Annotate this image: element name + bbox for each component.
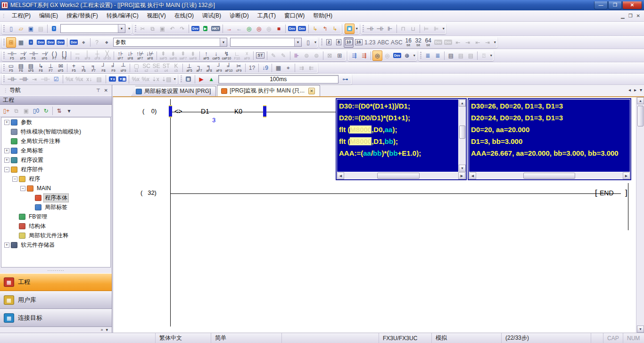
pulse-falling-button[interactable]: ↓⊦sF8: [125, 50, 135, 61]
find-value-combobox[interactable]: ▼: [230, 38, 302, 47]
nav-more-icon[interactable]: ▾: [106, 327, 108, 332]
align-up-button[interactable]: ≣: [433, 50, 443, 61]
note-edit-button[interactable]: ▤sF6: [26, 63, 36, 73]
tree-item-程序[interactable]: −程序: [1, 174, 110, 184]
combo-dropdown-arrow-icon[interactable]: ▼: [294, 38, 301, 46]
tree-expander-icon[interactable]: +: [4, 148, 9, 153]
fb-list-button[interactable]: ☑: [51, 74, 61, 84]
zoom-button[interactable]: ⊕: [402, 50, 412, 61]
align-down-button[interactable]: ≣: [423, 50, 433, 61]
label-down2-button[interactable]: ⇣x: [150, 74, 160, 84]
sfc-sc-button[interactable]: SCc2: [141, 63, 151, 73]
monitor-condition-button[interactable]: ▥: [183, 74, 193, 84]
help-button[interactable]: ?: [49, 24, 59, 34]
word-16bit-button[interactable]: 16bit: [404, 37, 413, 48]
abc-display-button[interactable]: ABC: [376, 37, 390, 48]
label-x3-button[interactable]: %x: [131, 74, 140, 84]
toolbar-overflow-icon[interactable]: ▾: [314, 40, 316, 44]
st-inline-code-box[interactable]: D30:=(D0*(D1+1))/D1;D20:=(D0/D1)*(D1+1);…: [336, 98, 467, 180]
monitor-block-button[interactable]: ■: [274, 24, 284, 34]
st-code-vscrollbar[interactable]: ▲ ▼: [458, 100, 465, 172]
tab-prg-monitor[interactable]: [PRG]监视 执行中 MAIN (只... ✕: [217, 85, 320, 96]
ladder-edit-2-button[interactable]: ⊣⊦: [375, 24, 385, 34]
scroll-down-icon[interactable]: ▼: [637, 326, 644, 333]
find-target-combobox[interactable]: 参数 ▼: [113, 38, 227, 47]
scroll-left-icon[interactable]: ◀: [469, 172, 476, 179]
pulse-rising-close-button[interactable]: ↑⊬aF7: [135, 50, 145, 61]
nav-sort-filter-button[interactable]: ⇅: [54, 106, 64, 116]
st-monitor-hscrollbar[interactable]: ◀ ▶: [469, 172, 630, 179]
menu-item-9[interactable]: 窗口(W): [280, 10, 309, 21]
device-reference-button[interactable]: Dev: [56, 37, 66, 48]
tree-item-FB管理[interactable]: FB管理: [1, 212, 110, 221]
menu-item-6[interactable]: 调试(B): [198, 10, 225, 21]
group-handle[interactable]: [3, 52, 5, 59]
scroll-up-icon[interactable]: ▲: [459, 100, 466, 107]
toolbar-overflow-icon[interactable]: ▾: [174, 77, 176, 81]
device-batch-button[interactable]: ▶: [200, 24, 210, 34]
note-button[interactable]: ▤: [456, 50, 466, 61]
nav-sort-arrow[interactable]: ▾: [64, 106, 74, 116]
rail-button[interactable]: ⊥F7: [46, 63, 56, 73]
ladder-edit-5-button[interactable]: ⊔: [408, 24, 418, 34]
menu-item-7[interactable]: 诊断(D): [225, 10, 253, 21]
flip-flop-button[interactable]: ↯caF10: [221, 50, 232, 61]
monitor-switch-button[interactable]: ⊶: [340, 74, 350, 84]
monitor-mode-button[interactable]: ▣: [345, 24, 355, 34]
tree-item-全局标签[interactable]: +全局标签: [1, 146, 110, 155]
tab-close-icon[interactable]: ✕: [308, 88, 315, 94]
delete-hline-button[interactable]: ┼cF9: [92, 50, 102, 61]
sfc-selection-button[interactable]: ╕F7: [89, 63, 99, 73]
jump-prev-button[interactable]: ↳: [330, 24, 340, 34]
statement-list-button[interactable]: ▤: [466, 50, 476, 61]
word-32bit-button[interactable]: 32bit: [413, 37, 423, 48]
tree-expander-icon[interactable]: +: [4, 243, 9, 248]
group-handle[interactable]: [135, 25, 136, 33]
device-comment2-button[interactable]: Dev: [36, 37, 46, 48]
scroll-thumb[interactable]: [523, 173, 575, 179]
statement-button[interactable]: ▤: [446, 50, 456, 61]
insert-column-button[interactable]: ⊚: [312, 50, 322, 61]
editor-vscrollbar[interactable]: ▲ ▼: [636, 97, 644, 333]
toolbar-overflow-icon[interactable]: ▾: [490, 53, 492, 58]
sfc-branch2-button[interactable]: ╕aF8: [204, 63, 214, 73]
sfc-jump-button[interactable]: ╛F9: [108, 63, 118, 73]
device-display-button[interactable]: Dev: [69, 37, 79, 48]
toolbar-overflow-icon[interactable]: ▾: [494, 40, 496, 44]
nav-copy-button[interactable]: ⧉: [11, 106, 21, 116]
read-block-button[interactable]: ⊞: [335, 50, 345, 61]
device-search-button[interactable]: ⌖: [79, 37, 89, 48]
tree-item-程序部件[interactable]: −程序部件: [1, 165, 110, 174]
tab-list-icon[interactable]: ▾: [640, 87, 642, 92]
tree-item-全局软元件注释[interactable]: 全局软元件注释: [1, 136, 110, 146]
nav-view-button-用户库[interactable]: ▦用户库: [0, 291, 112, 309]
project-view-button[interactable]: ⊞: [6, 37, 16, 48]
redo-button[interactable]: ↷: [177, 24, 187, 34]
close-contact-button[interactable]: ⊣∕sF5: [18, 50, 28, 61]
device-off-button[interactable]: ⇥: [463, 37, 473, 48]
st-monitor-value-box[interactable]: D30=26, D0=20, D1=3, D1=3D20=24, D0=20, …: [468, 98, 631, 180]
edit-block-button[interactable]: ⊠: [325, 50, 335, 61]
label-x4-button[interactable]: %x: [140, 74, 150, 84]
group-handle[interactable]: [3, 75, 5, 83]
restore-button[interactable]: ❐: [608, 1, 622, 9]
search-clear-button[interactable]: ◎: [382, 50, 392, 61]
sfc-branch4-button[interactable]: ╛aF10: [224, 63, 234, 73]
dev-assign-button[interactable]: ▼x: [107, 74, 117, 84]
device-test-2-button[interactable]: Dev: [443, 37, 453, 48]
save-project-button[interactable]: ▣: [26, 24, 36, 34]
block-list-button[interactable]: ▦: [273, 63, 283, 73]
coil-button[interactable]: ( )F7: [50, 50, 59, 61]
jump-insert-button[interactable]: ↰: [320, 24, 330, 34]
mdi-minimize-button[interactable]: ▁: [621, 13, 625, 18]
dev-table-button[interactable]: ▼▤: [117, 74, 128, 84]
block-search-button[interactable]: ⌖: [283, 63, 293, 73]
st-code-area[interactable]: D30:=(D0*(D1+1))/D1;D20:=(D0/D1)*(D1+1);…: [337, 100, 458, 172]
ladder-edit-7-button[interactable]: ⊫: [431, 24, 441, 34]
scroll-right-icon[interactable]: ▶: [458, 172, 465, 179]
minimize-button[interactable]: —: [594, 1, 608, 9]
toolbar-overflow-icon[interactable]: ▾: [128, 26, 130, 31]
scroll-down-icon[interactable]: ▼: [459, 165, 466, 172]
sfc-end-button[interactable]: ┴sF9: [118, 63, 128, 73]
step-no-button[interactable]: 1?: [247, 63, 257, 73]
